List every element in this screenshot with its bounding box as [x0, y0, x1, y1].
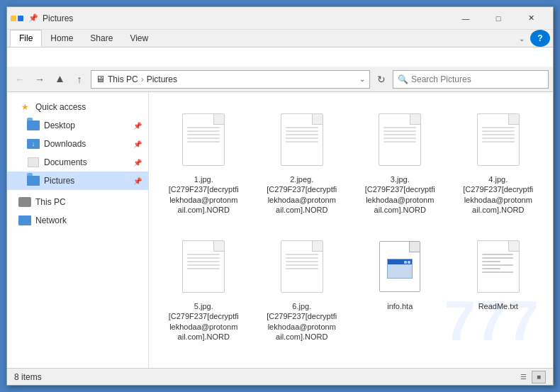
network-icon [18, 214, 31, 227]
file-name-4: 4.jpg.[C279F237[decryptfilekhodaa@proton… [463, 174, 534, 215]
file-name-6: 6.jpg.[C279F237[decryptfilekhodaa@proton… [267, 301, 337, 342]
address-path[interactable]: 🖥 This PC › Pictures ⌄ [91, 70, 370, 89]
tab-share[interactable]: Share [82, 30, 121, 47]
file-name-3: 3.jpg.[C279F237[decryptfilekhodaa@proton… [364, 174, 435, 215]
view-icons: ☰ ■ [516, 371, 546, 383]
file-icon-2 [274, 108, 330, 172]
close-button[interactable]: ✕ [515, 7, 547, 30]
title-bar: 📌 Pictures — □ ✕ [7, 7, 553, 30]
grid-view-button[interactable]: ■ [532, 371, 546, 383]
sidebar-label-network: Network [35, 215, 142, 225]
file-area: 777 1.jpg.[C279F237[decryptfilekhodaa@pr… [149, 92, 553, 368]
up-button[interactable]: ⯅ [51, 71, 68, 88]
file-item-3[interactable]: 3.jpg.[C279F237[decryptfilekhodaa@proton… [357, 103, 444, 219]
sidebar-item-documents[interactable]: Documents 📌 [7, 153, 148, 172]
address-bar: ← → ⯅ ↑ 🖥 This PC › Pictures ⌄ ↻ 🔍 [7, 67, 553, 92]
this-pc-icon [18, 196, 31, 208]
sidebar-item-downloads[interactable]: ↓ Downloads 📌 [7, 135, 148, 153]
sidebar-label-documents: Documents [44, 157, 133, 167]
file-icon-5 [175, 235, 232, 298]
folder-blue-icon [27, 119, 40, 132]
file-name-5: 5.jpg.[C279F237[decryptfilekhodaa@proton… [168, 301, 239, 342]
path-pictures: Pictures [147, 74, 177, 84]
ribbon: File Home Share View ⌄ ? [7, 30, 553, 67]
maximize-button[interactable]: □ [482, 7, 515, 30]
file-name-2: 2.jpeg.[C279F237[decryptfilekhodaa@proto… [267, 174, 337, 215]
file-icon-3 [371, 108, 428, 172]
up-directory-button[interactable]: ↑ [71, 71, 88, 88]
path-chevron-icon: ⌄ [359, 75, 365, 83]
file-item-7[interactable]: info.hta [357, 230, 444, 346]
ribbon-tabs: File Home Share View ⌄ ? [7, 30, 553, 47]
pin-icon: 📌 [28, 13, 38, 23]
pin-documents-icon: 📌 [133, 157, 142, 167]
tab-view[interactable]: View [121, 30, 157, 47]
ribbon-content [7, 47, 553, 67]
main-area: ★ Quick access Desktop 📌 ↓ Downloads 📌 [7, 92, 553, 368]
file-name-1: 1.jpg.[C279F237[decryptfilekhodaa@proton… [168, 174, 239, 215]
file-name-8: ReadMe.txt [478, 301, 518, 311]
file-grid: 1.jpg.[C279F237[decryptfilekhodaa@proton… [160, 103, 542, 346]
status-bar: 8 items ☰ ■ [7, 368, 553, 385]
window-title: Pictures [43, 13, 449, 23]
file-item-4[interactable]: 4.jpg.[C279F237[decryptfilekhodaa@proton… [455, 103, 542, 219]
file-icon-6 [274, 235, 330, 298]
icon-dot-yellow [11, 16, 16, 21]
file-icon-1 [175, 108, 232, 172]
icon-dot-blue [18, 16, 23, 21]
sidebar-label-quick-access: Quick access [35, 102, 142, 112]
sidebar-label-pictures: Pictures [44, 176, 133, 186]
search-icon: 🔍 [398, 74, 408, 84]
pin-desktop-icon: 📌 [133, 121, 142, 130]
folder-docs-icon [27, 156, 40, 169]
title-bar-icon [13, 13, 24, 24]
search-box[interactable]: 🔍 [393, 70, 549, 89]
folder-download-icon: ↓ [27, 138, 40, 150]
file-icon-txt [470, 235, 527, 298]
forward-button[interactable]: → [31, 71, 48, 88]
file-icon-4 [470, 108, 527, 172]
back-button[interactable]: ← [11, 71, 28, 88]
file-icon-hta [371, 235, 428, 298]
status-item-count: 8 items [14, 372, 516, 382]
explorer-window: 📌 Pictures — □ ✕ File Home Share View ⌄ … [6, 6, 554, 386]
path-this-pc: This PC [108, 74, 138, 84]
sidebar-label-this-pc: This PC [35, 197, 142, 207]
file-item-6[interactable]: 6.jpg.[C279F237[decryptfilekhodaa@proton… [259, 230, 346, 346]
sidebar-item-network[interactable]: Network [7, 211, 148, 230]
sidebar-item-quick-access[interactable]: ★ Quick access [7, 98, 148, 116]
sidebar-item-pictures[interactable]: Pictures 📌 [7, 172, 148, 190]
path-computer-icon: 🖥 [96, 74, 105, 84]
sidebar-item-desktop[interactable]: Desktop 📌 [7, 116, 148, 135]
ribbon-expand-button[interactable]: ⌄ [513, 30, 530, 47]
pin-downloads-icon: 📌 [133, 139, 142, 149]
help-button[interactable]: ? [530, 30, 550, 47]
file-name-7: info.hta [387, 301, 413, 311]
tab-file[interactable]: File [10, 30, 42, 47]
minimize-button[interactable]: — [449, 7, 482, 30]
file-item-1[interactable]: 1.jpg.[C279F237[decryptfilekhodaa@proton… [160, 103, 247, 219]
window-controls: — □ ✕ [449, 7, 547, 30]
refresh-button[interactable]: ↻ [373, 71, 390, 88]
list-view-button[interactable]: ☰ [516, 371, 530, 383]
tab-home[interactable]: Home [42, 30, 82, 47]
sidebar-item-this-pc[interactable]: This PC [7, 193, 148, 211]
folder-pics-icon [27, 174, 40, 187]
pin-pictures-icon: 📌 [133, 176, 142, 186]
file-item-5[interactable]: 5.jpg.[C279F237[decryptfilekhodaa@proton… [160, 230, 247, 346]
path-sep: › [141, 74, 144, 84]
sidebar-label-downloads: Downloads [44, 139, 133, 149]
file-item-2[interactable]: 2.jpeg.[C279F237[decryptfilekhodaa@proto… [259, 103, 346, 219]
sidebar-label-desktop: Desktop [44, 121, 133, 130]
search-input[interactable] [411, 74, 544, 84]
star-icon: ★ [18, 101, 31, 113]
file-item-8[interactable]: ReadMe.txt [455, 230, 542, 346]
sidebar: ★ Quick access Desktop 📌 ↓ Downloads 📌 [7, 92, 149, 368]
